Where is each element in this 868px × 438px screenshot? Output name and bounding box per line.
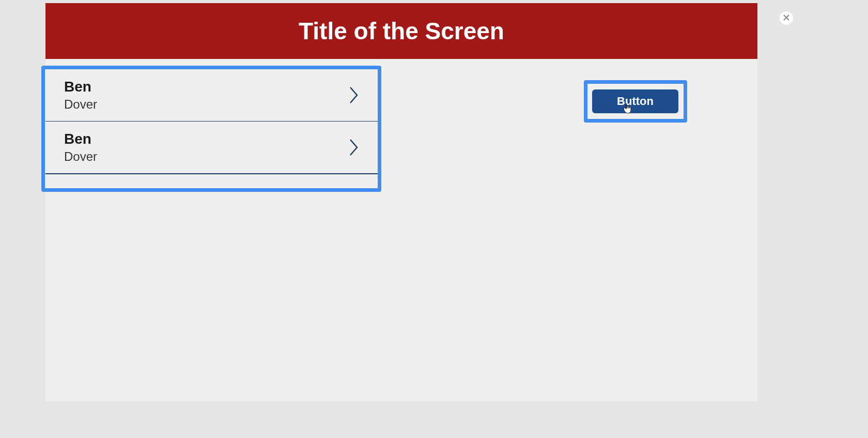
- list-item-secondary: Dover: [64, 97, 97, 112]
- action-button[interactable]: Button: [592, 89, 678, 113]
- list-item-text: Ben Dover: [64, 79, 97, 112]
- list-item-primary: Ben: [64, 131, 97, 147]
- chevron-right-icon: [347, 137, 361, 158]
- list-item[interactable]: Ben Dover: [45, 122, 378, 174]
- list-item[interactable]: Ben Dover: [45, 69, 378, 122]
- action-button-label: Button: [617, 95, 654, 108]
- list-item-secondary: Dover: [64, 149, 97, 164]
- page-title: Title of the Screen: [299, 17, 504, 45]
- list-item-primary: Ben: [64, 79, 97, 95]
- screen-header: Title of the Screen: [45, 3, 757, 59]
- chevron-right-icon: [347, 85, 361, 105]
- close-button[interactable]: [780, 11, 793, 25]
- close-icon: [783, 14, 789, 22]
- list-item-text: Ben Dover: [64, 131, 97, 164]
- main-panel: Title of the Screen Ben Dover Ben Dover: [45, 3, 757, 401]
- person-list: Ben Dover Ben Dover: [45, 69, 378, 174]
